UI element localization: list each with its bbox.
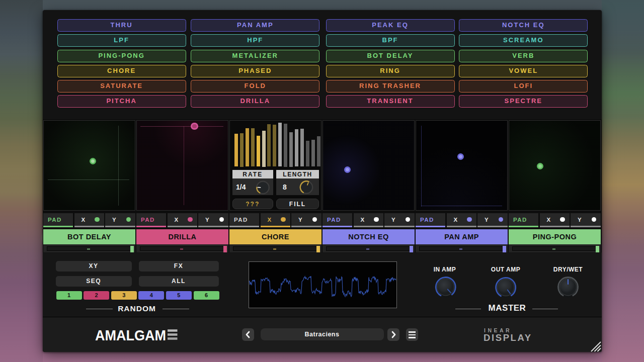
svg-text:AMALGAM: AMALGAM bbox=[95, 328, 166, 342]
